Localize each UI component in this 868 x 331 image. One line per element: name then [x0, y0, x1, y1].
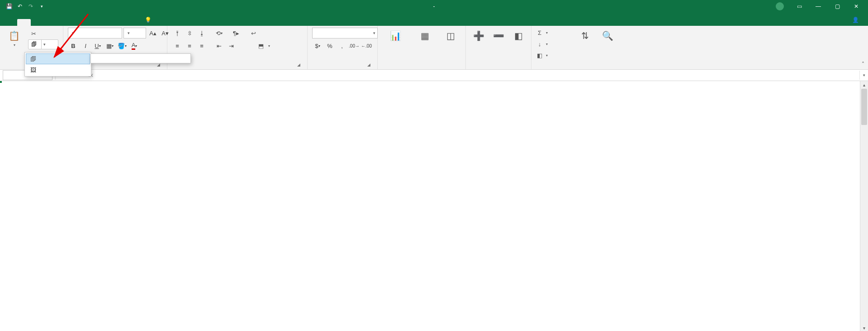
redo-button[interactable]: ↷ [25, 1, 36, 12]
insert-cells-button[interactable]: ➕ [470, 28, 487, 59]
tab-review[interactable] [85, 19, 99, 26]
comma-button[interactable]: , [337, 40, 347, 51]
vertical-scrollbar[interactable]: ▴ ▾ [860, 81, 868, 331]
align-middle-button[interactable]: ⇳ [184, 28, 195, 38]
font-name-select[interactable]: ▾ [68, 28, 122, 38]
align-top-button[interactable]: ⭱ [172, 28, 183, 38]
orientation-button[interactable]: ⟲▾ [213, 28, 224, 38]
number-format-select[interactable]: ▾ [312, 28, 378, 38]
format-cells-button[interactable]: ◧ [510, 28, 526, 59]
close-button[interactable]: ✕ [847, 0, 865, 13]
fill-icon: ↓ [536, 40, 543, 48]
align-right-button[interactable]: ≡ [196, 40, 207, 51]
decrease-indent-button[interactable]: ⇤ [213, 40, 224, 51]
tab-page-layout[interactable] [44, 19, 58, 26]
maximize-button[interactable]: ▢ [828, 0, 846, 13]
tab-insert[interactable] [31, 19, 44, 26]
tab-help[interactable] [112, 19, 126, 26]
tab-formulas[interactable] [58, 19, 71, 26]
formula-bar-expand[interactable]: ▾ [859, 71, 868, 80]
undo-button[interactable]: ↶ [14, 1, 25, 12]
underline-button[interactable]: U▾ [92, 40, 103, 51]
tab-foxit[interactable] [126, 19, 139, 26]
window-title: - [0, 3, 868, 10]
insert-icon: ➕ [471, 29, 486, 43]
copy-tooltip [90, 53, 191, 63]
align-bottom-button[interactable]: ⭳ [196, 28, 207, 38]
tab-data[interactable] [71, 19, 85, 26]
copy-icon: 🗐 [31, 41, 37, 48]
paste-icon: 📋 [7, 29, 22, 43]
border-button[interactable]: ▦▾ [104, 40, 115, 51]
tab-file[interactable] [4, 19, 17, 26]
formula-bar: ▾ ✕ ✓ fx ▾ [0, 70, 868, 81]
copy-dropdown-menu: 🗐 🖼 [24, 52, 91, 77]
menu-item-copy[interactable]: 🗐 [26, 53, 90, 64]
user-label[interactable] [773, 2, 784, 10]
font-color-button[interactable]: A▾ [129, 40, 140, 51]
scroll-down-button[interactable]: ▾ [860, 324, 868, 331]
tell-me[interactable]: 💡 [145, 17, 154, 26]
user-avatar [776, 2, 784, 10]
increase-indent-button[interactable]: ⇥ [226, 40, 237, 51]
format-icon: ◧ [511, 29, 526, 43]
copy-dropdown[interactable]: ▾ [42, 40, 48, 49]
scroll-thumb[interactable] [861, 89, 867, 125]
qat-customize[interactable]: ▾ [36, 1, 47, 12]
fill-button[interactable]: ↓ ▾ [536, 39, 572, 49]
worksheet-area: ▴ ▾ [0, 81, 868, 331]
conditional-formatting-button[interactable]: 📊 [382, 28, 409, 59]
number-dialog-launcher[interactable]: ◢ [365, 62, 372, 68]
share-button[interactable]: 👤 [852, 17, 862, 26]
wrap-text-button[interactable]: ↩ [250, 28, 295, 38]
decrease-decimal-button[interactable]: ←.00 [361, 40, 372, 51]
tab-home[interactable] [17, 19, 31, 26]
delete-cells-button[interactable]: ➖ [490, 28, 507, 59]
sort-filter-button[interactable]: ⇅ [575, 28, 594, 59]
alignment-dialog-launcher[interactable]: ◢ [295, 62, 302, 68]
align-left-button[interactable]: ≡ [172, 40, 183, 51]
format-as-table-button[interactable]: ▦ [413, 28, 437, 59]
ribbon-display-options[interactable]: ▭ [790, 0, 808, 13]
group-editing: Σ ▾ ↓ ▾ ◧ ▾ ⇅ 🔍 [531, 26, 622, 69]
copy-button[interactable]: 🗐 [28, 40, 42, 49]
copy-icon: 🗐 [29, 55, 37, 62]
tab-view[interactable] [99, 19, 112, 26]
minimize-button[interactable]: — [809, 0, 827, 13]
cond-format-icon: 📊 [389, 29, 403, 43]
chevron-down-icon: ▾ [373, 31, 375, 35]
marching-ants-selection [0, 81, 2, 83]
cell-styles-button[interactable]: ◫ [441, 28, 461, 59]
find-select-button[interactable]: 🔍 [598, 28, 617, 59]
formula-input[interactable] [95, 71, 859, 80]
copy-button-split[interactable]: 🗐 ▾ [28, 39, 58, 49]
chevron-down-icon: ▾ [72, 31, 74, 35]
autosum-button[interactable]: Σ ▾ [536, 28, 572, 38]
picture-icon: 🖼 [29, 66, 37, 73]
collapse-ribbon-button[interactable]: ˄ [862, 61, 864, 67]
bold-button[interactable]: B [68, 40, 79, 51]
menu-item-copy-as-picture[interactable]: 🖼 [26, 64, 90, 75]
currency-button[interactable]: $▾ [312, 40, 323, 51]
increase-decimal-button[interactable]: .00→ [349, 40, 360, 51]
wrap-icon: ↩ [250, 29, 257, 37]
save-button[interactable]: 💾 [4, 1, 14, 12]
cut-button[interactable]: ✂ [28, 28, 58, 39]
cell-styles-icon: ◫ [444, 29, 458, 43]
group-number: ▾ $▾ % , .00→ ←.00 ◢ [308, 26, 378, 69]
percent-button[interactable]: % [324, 40, 335, 51]
paste-button[interactable]: 📋 ▾ [5, 28, 24, 59]
fill-color-button[interactable]: 🪣▾ [117, 40, 128, 51]
ltr-button[interactable]: ¶▸ [231, 28, 242, 38]
eraser-icon: ◧ [536, 52, 543, 59]
lightbulb-icon: 💡 [145, 17, 152, 23]
align-center-button[interactable]: ≡ [184, 40, 195, 51]
group-alignment-label: ◢ [172, 68, 303, 69]
clear-button[interactable]: ◧ ▾ [536, 50, 572, 60]
italic-button[interactable]: I [80, 40, 91, 51]
scissors-icon: ✂ [30, 30, 38, 37]
merge-icon: ⬒ [257, 42, 265, 49]
font-size-select[interactable]: ▾ [123, 28, 146, 38]
increase-font-button[interactable]: A▴ [147, 28, 158, 38]
scroll-up-button[interactable]: ▴ [860, 81, 868, 89]
